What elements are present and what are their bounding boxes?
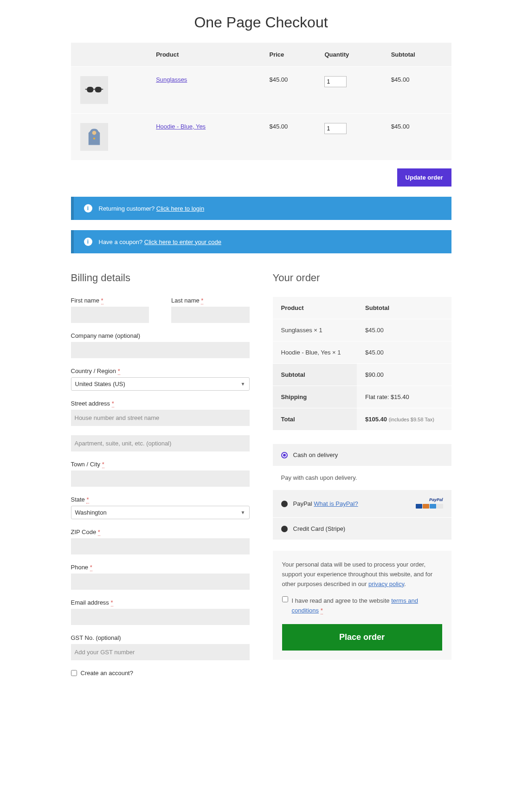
order-line: Sunglasses × 1 $45.00: [273, 319, 451, 342]
street-address-1-input[interactable]: [71, 410, 250, 426]
terms-text: I have read and agree to the website: [292, 597, 392, 604]
chevron-down-icon: ▼: [241, 381, 245, 387]
order-col-subtotal: Subtotal: [357, 297, 451, 319]
email-input[interactable]: [71, 609, 250, 625]
radio-icon: [281, 526, 288, 532]
quantity-input[interactable]: [324, 123, 347, 134]
billing-heading: Billing details: [71, 272, 250, 284]
phone-label: Phone *: [71, 564, 250, 571]
phone-input[interactable]: [71, 574, 250, 590]
info-icon: i: [84, 238, 92, 246]
product-link[interactable]: Sunglasses: [156, 76, 187, 83]
street-address-2-input[interactable]: [71, 435, 250, 451]
last-name-input[interactable]: [171, 307, 250, 323]
page-title: One Page Checkout: [71, 14, 451, 31]
state-select[interactable]: Washington ▼: [71, 506, 250, 519]
city-input[interactable]: [71, 470, 250, 487]
radio-icon: [281, 452, 288, 458]
country-value: United States (US): [75, 380, 125, 387]
payment-option-cod[interactable]: Cash on delivery: [273, 444, 451, 466]
first-name-input[interactable]: [71, 307, 149, 323]
shipping-label: Shipping: [273, 386, 357, 408]
subtotal-label: Subtotal: [273, 364, 357, 386]
last-name-label: Last name *: [171, 297, 250, 304]
country-select[interactable]: United States (US) ▼: [71, 377, 250, 391]
total-label: Total: [273, 408, 357, 431]
svg-point-0: [92, 131, 96, 135]
coupon-banner: i Have a coupon? Click here to enter you…: [71, 230, 451, 253]
col-qty: Quantity: [319, 43, 385, 67]
cart-table: Product Price Quantity Subtotal Sunglass…: [71, 43, 451, 160]
shipping-amount: Flat rate: $15.40: [357, 386, 451, 408]
create-account-label: Create an account?: [81, 670, 133, 677]
company-label: Company name (optional): [71, 332, 250, 339]
state-value: Washington: [75, 509, 107, 516]
login-banner: i Returning customer? Click here to logi…: [71, 197, 451, 220]
city-label: Town / City *: [71, 461, 250, 468]
coupon-banner-text: Have a coupon?: [99, 238, 144, 245]
product-thumb: [80, 76, 108, 104]
order-summary-table: Product Subtotal Sunglasses × 1 $45.00 H…: [273, 297, 451, 430]
country-label: Country / Region *: [71, 367, 250, 374]
price-cell: $45.00: [264, 114, 319, 161]
zip-input[interactable]: [71, 538, 250, 554]
create-account-checkbox[interactable]: [71, 670, 77, 676]
paypal-help-link[interactable]: What is PayPal?: [314, 500, 358, 507]
product-link[interactable]: Hoodie - Blue, Yes: [156, 123, 206, 130]
order-line: Hoodie - Blue, Yes × 1 $45.00: [273, 342, 451, 364]
terms-checkbox[interactable]: [282, 596, 288, 602]
col-thumb: [71, 43, 151, 67]
payment-paypal-label: PayPal: [293, 500, 312, 507]
hoodie-icon: [84, 127, 104, 147]
payment-stripe-label: Credit Card (Stripe): [293, 525, 346, 532]
login-link[interactable]: Click here to login: [156, 205, 204, 212]
product-thumb: [80, 123, 108, 151]
payment-option-paypal[interactable]: PayPal What is PayPal? PayPal: [273, 490, 451, 517]
payment-methods: Cash on delivery Pay with cash upon deli…: [273, 444, 451, 540]
table-row: Hoodie - Blue, Yes $45.00 $45.00: [71, 114, 451, 161]
chevron-down-icon: ▼: [241, 510, 245, 515]
coupon-link[interactable]: Click here to enter your code: [144, 238, 221, 245]
order-heading: Your order: [273, 272, 451, 284]
subtotal-amount: $90.00: [357, 364, 451, 386]
email-label: Email address *: [71, 599, 250, 606]
payment-cod-label: Cash on delivery: [293, 451, 338, 458]
gst-label: GST No. (optional): [71, 634, 250, 641]
place-order-button[interactable]: Place order: [282, 624, 442, 651]
update-order-button[interactable]: Update order: [397, 168, 451, 187]
col-subtotal: Subtotal: [386, 43, 451, 67]
price-cell: $45.00: [264, 67, 319, 114]
paypal-card-icons: PayPal: [415, 497, 443, 510]
payment-option-stripe[interactable]: Credit Card (Stripe): [273, 517, 451, 540]
street-label: Street address *: [71, 400, 250, 407]
radio-icon: [281, 501, 288, 507]
privacy-terms-box: Your personal data will be used to proce…: [273, 551, 451, 660]
privacy-policy-link[interactable]: privacy policy: [368, 580, 404, 587]
login-banner-text: Returning customer?: [99, 205, 156, 212]
subtotal-cell: $45.00: [386, 114, 451, 161]
quantity-input[interactable]: [324, 76, 347, 87]
payment-cod-description: Pay with cash upon delivery.: [273, 466, 451, 490]
state-label: State *: [71, 496, 250, 503]
subtotal-cell: $45.00: [386, 67, 451, 114]
zip-label: ZIP Code *: [71, 528, 250, 535]
gst-input[interactable]: [71, 644, 250, 660]
privacy-text: Your personal data will be used to proce…: [282, 561, 432, 587]
order-col-product: Product: [273, 297, 357, 319]
info-icon: i: [84, 204, 92, 213]
col-price: Price: [264, 43, 319, 67]
company-input[interactable]: [71, 342, 250, 358]
sunglasses-icon: [84, 80, 104, 100]
first-name-label: First name *: [71, 297, 149, 304]
col-product: Product: [150, 43, 264, 67]
total-amount: $105.40 (includes $9.58 Tax): [357, 408, 451, 431]
table-row: Sunglasses $45.00 $45.00: [71, 67, 451, 114]
